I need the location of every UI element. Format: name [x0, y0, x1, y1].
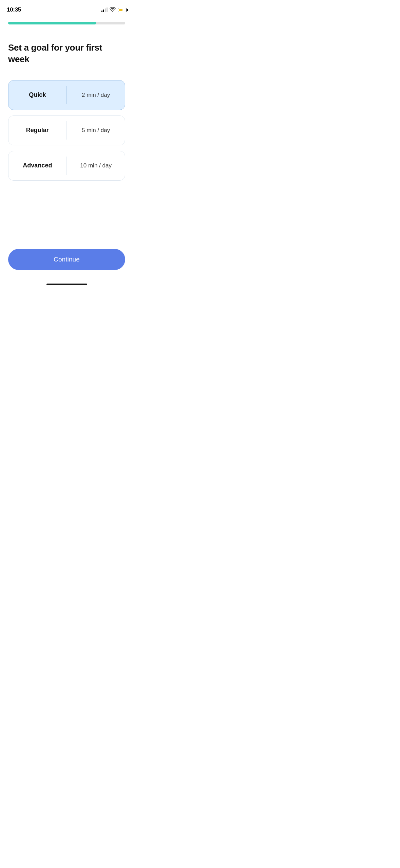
goal-duration-quick: 2 min / day: [67, 80, 125, 110]
main-content: Set a goal for your first week Quick 2 m…: [0, 24, 133, 249]
goal-duration-advanced: 10 min / day: [67, 151, 125, 180]
wifi-icon: [110, 7, 116, 12]
goal-duration-regular: 5 min / day: [67, 116, 125, 145]
goal-option-quick[interactable]: Quick 2 min / day: [8, 80, 125, 110]
signal-icon: [101, 7, 108, 12]
page-title: Set a goal for your first week: [8, 42, 125, 65]
continue-button[interactable]: Continue: [8, 249, 125, 270]
goal-option-regular[interactable]: Regular 5 min / day: [8, 115, 125, 145]
goal-label-regular: Regular: [8, 116, 66, 145]
continue-section: Continue: [0, 249, 133, 284]
progress-fill: [8, 22, 96, 24]
battery-icon: [118, 8, 127, 12]
goal-options-list: Quick 2 min / day Regular 5 min / day Ad…: [8, 80, 125, 181]
progress-track: [8, 22, 125, 24]
goal-option-advanced[interactable]: Advanced 10 min / day: [8, 151, 125, 181]
status-bar: 10:35: [0, 0, 133, 18]
progress-bar-container: [0, 19, 133, 24]
status-time: 10:35: [7, 6, 21, 13]
home-indicator: [0, 284, 133, 289]
home-indicator-bar: [46, 284, 87, 285]
status-icons: [101, 7, 127, 12]
goal-label-quick: Quick: [8, 80, 66, 110]
goal-label-advanced: Advanced: [8, 151, 66, 180]
